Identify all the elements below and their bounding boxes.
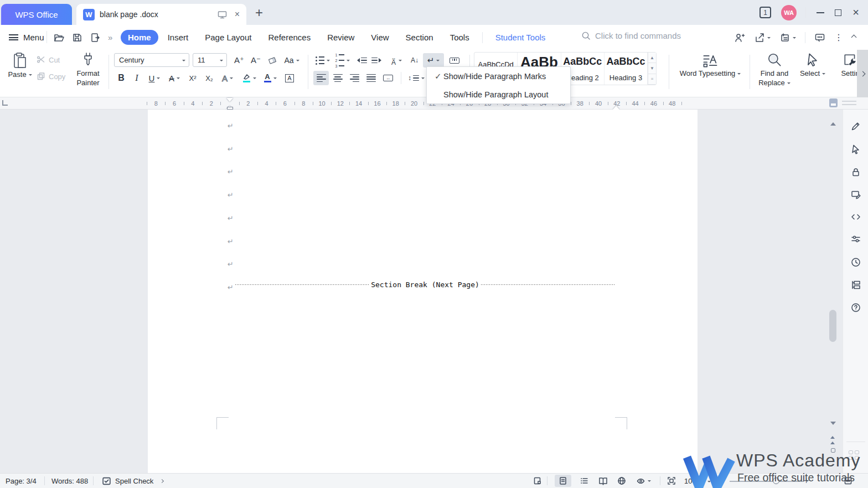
tab-insert[interactable]: Insert (161, 30, 196, 45)
paste-button[interactable]: Paste (6, 52, 34, 79)
task-window-icon[interactable] (533, 476, 542, 485)
justify-button[interactable] (363, 71, 379, 85)
copy-button[interactable]: Copy (37, 72, 65, 81)
bullets-button[interactable] (313, 53, 332, 68)
read-mode-button[interactable] (595, 475, 611, 487)
adjust-sliders-icon[interactable] (850, 233, 861, 245)
document-tab[interactable]: W blank page .docx × (76, 4, 246, 25)
tab-review[interactable]: Review (320, 30, 361, 45)
align-center-button[interactable] (330, 71, 345, 85)
tab-stop-selector[interactable] (2, 100, 8, 106)
bold-button[interactable]: B (114, 71, 128, 85)
more-quick-actions-icon[interactable]: » (108, 33, 112, 42)
lock-icon[interactable] (850, 167, 861, 178)
scroll-down-button[interactable] (830, 425, 837, 429)
outline-view-button[interactable] (576, 475, 592, 487)
save-version-button[interactable] (779, 32, 796, 43)
zoom-value[interactable]: 100% (684, 474, 702, 488)
previous-page-button[interactable] (830, 434, 835, 444)
font-color-button[interactable]: A (260, 71, 280, 85)
menu-item-show-hide-paragraph-marks[interactable]: ✓ Show/Hide Paragraph Marks (427, 67, 570, 85)
select-button[interactable]: Select (797, 52, 828, 78)
styles-scroll-up-button[interactable]: ▲ (648, 53, 656, 63)
tab-page-layout[interactable]: Page Layout (198, 30, 259, 45)
decrease-indent-button[interactable] (353, 53, 369, 68)
web-layout-button[interactable] (613, 475, 630, 487)
align-right-button[interactable] (347, 71, 362, 85)
sort-button[interactable]: A↓ (407, 53, 422, 68)
zoom-slider-handle[interactable] (773, 477, 779, 484)
word-typesetting-button[interactable]: Word Typesetting (674, 52, 746, 78)
text-effects-button[interactable]: A (218, 71, 237, 85)
underline-button[interactable]: U (145, 71, 164, 85)
subscript-button[interactable]: X₂ (202, 71, 217, 85)
browse-object-button[interactable] (831, 448, 835, 453)
export-pdf-icon[interactable] (90, 32, 101, 43)
show-hide-paragraph-button[interactable]: ↵ (423, 53, 444, 68)
tab-tools[interactable]: Tools (443, 30, 477, 45)
zoom-slider-track[interactable] (730, 481, 804, 482)
strikethrough-button[interactable]: A (165, 71, 184, 85)
italic-button[interactable]: I (130, 71, 144, 85)
code-icon[interactable] (850, 211, 861, 222)
maximize-button[interactable] (829, 4, 847, 21)
scrollbar-thumb[interactable] (829, 310, 836, 342)
close-window-button[interactable]: × (847, 4, 865, 21)
character-scaling-button[interactable]: ↔A (386, 53, 406, 68)
spell-check-expand-icon[interactable] (160, 479, 164, 482)
command-search[interactable]: Click to find commands (581, 31, 681, 40)
more-options-icon[interactable]: ⋮ (834, 32, 843, 43)
window-manager-badge[interactable]: 1 (760, 7, 771, 18)
scroll-up-button[interactable] (830, 113, 837, 117)
ruler-toggle-icon[interactable] (829, 98, 838, 107)
menu-item-show-hide-paragraph-layout[interactable]: Show/Hide Paragraph Layout (427, 85, 570, 103)
styles-more-button[interactable]: = (648, 74, 656, 85)
save-icon[interactable] (71, 32, 82, 43)
tabs-settings-button[interactable] (446, 53, 463, 68)
minimize-button[interactable] (812, 4, 829, 21)
tab-home[interactable]: Home (121, 30, 158, 45)
share-button[interactable] (754, 32, 771, 43)
close-tab-icon[interactable]: × (235, 10, 240, 19)
font-size-combo[interactable]: 11 (193, 53, 227, 67)
character-shading-button[interactable]: A (282, 71, 297, 85)
clear-format-button[interactable] (265, 53, 280, 68)
select-cursor-icon[interactable] (850, 144, 861, 155)
spell-check-button[interactable]: Spell Check (102, 474, 163, 488)
fit-width-icon[interactable] (844, 476, 852, 485)
present-monitor-icon[interactable] (218, 11, 227, 19)
expand-panel-strip[interactable] (857, 50, 868, 97)
numbering-button[interactable] (333, 53, 352, 68)
increase-font-button[interactable]: A⁺ (231, 53, 247, 68)
eye-protection-button[interactable] (632, 475, 654, 487)
apps-grid-icon[interactable] (849, 450, 861, 459)
wps-office-tab[interactable]: WPS Office (1, 4, 72, 25)
tab-view[interactable]: View (364, 30, 396, 45)
line-spacing-button[interactable]: ↕ (405, 71, 427, 85)
ink-pen-icon[interactable] (850, 121, 861, 132)
tab-references[interactable]: References (261, 30, 318, 45)
collapse-ribbon-icon[interactable] (851, 35, 857, 40)
align-left-button[interactable] (313, 71, 329, 85)
avatar[interactable]: WA (781, 5, 797, 20)
main-menu-button[interactable]: Menu (9, 30, 44, 44)
open-file-icon[interactable] (53, 32, 64, 43)
decrease-font-button[interactable]: A⁻ (248, 53, 264, 68)
distribute-button[interactable]: ↔ (380, 71, 396, 85)
format-painter-button[interactable]: Format Painter (72, 52, 104, 87)
tab-section[interactable]: Section (399, 30, 441, 45)
edit-field-icon[interactable] (850, 189, 861, 200)
sidebar-handle[interactable] (842, 101, 856, 105)
tab-student-tools[interactable]: Student Tools (488, 30, 553, 45)
style-heading3[interactable]: AaBbCc Heading 3 (604, 53, 648, 85)
right-indent-marker[interactable] (613, 102, 619, 110)
superscript-button[interactable]: X² (185, 71, 200, 85)
increase-indent-button[interactable] (370, 53, 385, 68)
zoom-in-button[interactable]: + (804, 474, 809, 488)
new-tab-button[interactable]: + (252, 6, 266, 19)
page-indicator[interactable]: Page: 3/4 (6, 474, 37, 488)
history-icon[interactable] (850, 257, 861, 268)
find-replace-button[interactable]: Find and Replace (754, 52, 795, 87)
fit-page-button[interactable] (663, 475, 680, 487)
styles-scroll-down-button[interactable]: ▼ (648, 63, 656, 74)
